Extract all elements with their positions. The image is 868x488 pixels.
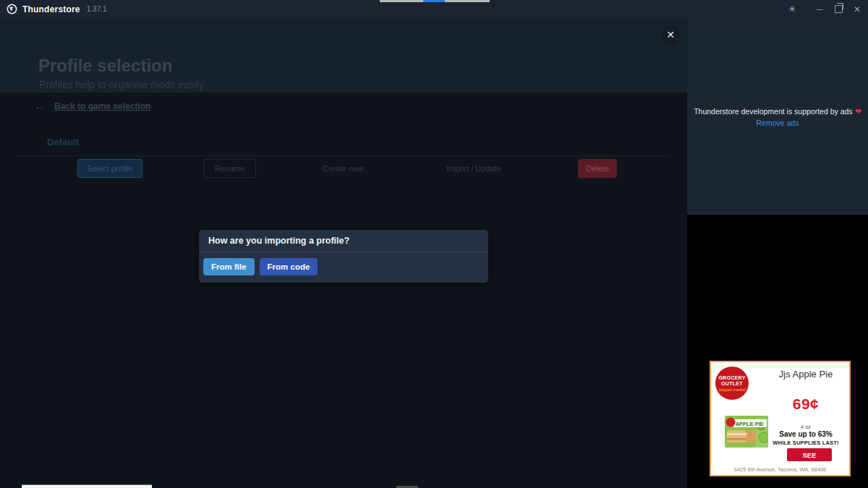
theme-toggle-sun-icon[interactable]: ☀ (783, 0, 801, 18)
minimize-icon[interactable]: ─ (810, 0, 829, 18)
rename-button[interactable]: Rename (204, 159, 256, 178)
close-icon[interactable]: ✕ (848, 0, 867, 18)
ad-price: 69¢ (765, 395, 846, 413)
profile-name-default[interactable]: Default (47, 137, 79, 147)
delete-button[interactable]: Delete (578, 159, 617, 178)
brand-line-2: OUTLET (721, 381, 743, 387)
remove-ads-link[interactable]: Remove ads (687, 119, 868, 127)
ad-supplies-text: WHILE SUPPLIES LAST! (765, 440, 846, 446)
brand-tagline: bargain market (719, 388, 746, 392)
modal-close-icon[interactable]: ✕ (661, 25, 680, 44)
pack-label: APPLE PIE (735, 421, 763, 427)
hero-section: Profile selection Profiles help to organ… (0, 18, 687, 93)
restore-glyph (835, 5, 843, 13)
window-controls: ☀ ─ ✕ (783, 0, 867, 18)
create-new-button[interactable]: Create new (323, 159, 363, 178)
app-version: 1.37.1 (87, 5, 107, 13)
ads-support-message: Thunderstore development is supported by… (687, 107, 868, 116)
brand-line-1: GROCERY (718, 375, 745, 381)
top-progress-track (380, 0, 490, 2)
back-to-game-selection-link[interactable]: ← Back to game selection (34, 100, 150, 112)
from-file-button[interactable]: From file (203, 258, 255, 275)
from-code-button[interactable]: From code (260, 258, 318, 275)
back-arrow-icon: ← (34, 100, 45, 112)
modal-title: How are you importing a profile? (199, 230, 488, 252)
grocery-ad[interactable]: GROCERY OUTLET bargain market Jjs Apple … (710, 361, 851, 476)
titlebar: Thunderstore 1.37.1 ☀ ─ ✕ (0, 0, 868, 18)
restore-icon[interactable] (829, 0, 848, 18)
apple-pie-product-image: APPLE PIE (725, 416, 768, 448)
ads-sidebar-top: Thunderstore development is supported by… (687, 18, 868, 215)
bottom-left-window-edge (22, 484, 152, 488)
see-deals-button[interactable]: SEE DEALS (787, 448, 832, 461)
modal-body: From file From code (199, 252, 488, 283)
ads-message-text: Thunderstore development is supported by… (694, 107, 852, 116)
import-profile-modal: How are you importing a profile? From fi… (199, 230, 488, 283)
app-title: Thunderstore (22, 4, 80, 14)
ad-size: 4 oz (765, 424, 846, 430)
heart-icon: ❤ (855, 107, 861, 116)
ad-address: 6425 6th Avenue, Tacoma, WA, 98406 (711, 466, 849, 473)
app-window: Thunderstore 1.37.1 ☀ ─ ✕ Profile select… (0, 0, 868, 488)
import-update-button[interactable]: Import / Update (446, 159, 501, 178)
thunderstore-logo-icon (7, 4, 17, 14)
page-title: Profile selection (38, 56, 172, 76)
page-subtitle: Profiles help to organise mods easily (39, 79, 204, 90)
select-profile-button[interactable]: Select profile (77, 159, 142, 178)
top-progress-fill (423, 0, 445, 2)
grocery-outlet-logo: GROCERY OUTLET bargain market (715, 367, 749, 400)
ads-sidebar: Thunderstore development is supported by… (687, 18, 868, 488)
ad-save-text: Save up to 63% (765, 430, 846, 438)
back-link-label: Back to game selection (54, 101, 150, 111)
profile-divider (17, 155, 670, 156)
ad-product-name: Jjs Apple Pie (765, 369, 846, 380)
